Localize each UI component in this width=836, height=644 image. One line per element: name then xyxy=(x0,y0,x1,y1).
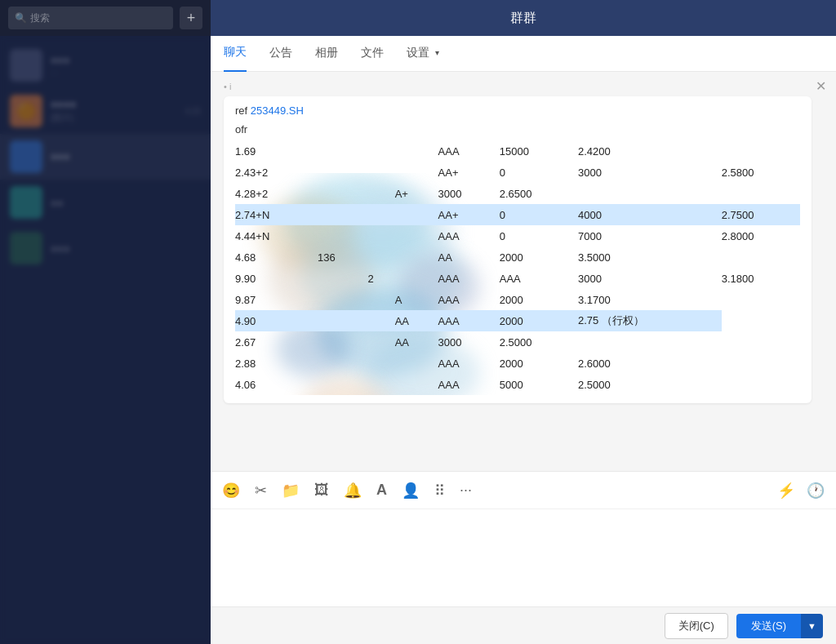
close-button[interactable]: 关闭(C) xyxy=(665,613,728,639)
cell-price: 2.8000 xyxy=(722,225,800,246)
table-row: 4.68 136 AA 2000 3.5000 xyxy=(235,246,800,268)
cell-val4 xyxy=(395,246,438,268)
cell-val2 xyxy=(318,140,367,162)
cell-rating: AAA xyxy=(438,140,500,162)
cell-price: 2.6000 xyxy=(578,353,722,374)
cell-amount: 0 xyxy=(500,162,578,183)
cell-val2 xyxy=(318,268,367,289)
lightning-icon[interactable]: ⚡ xyxy=(777,482,795,500)
cell-val1: 4.28+2 xyxy=(235,183,318,204)
more-button[interactable]: ··· xyxy=(460,482,472,499)
cell-val2: 136 xyxy=(318,246,367,268)
clock-icon[interactable]: 🕐 xyxy=(807,482,825,500)
cell-price: 2.4200 xyxy=(578,140,722,162)
cell-price: 2.75 （行权） xyxy=(578,310,722,331)
add-chat-button[interactable]: + xyxy=(180,7,202,29)
cell-val4 xyxy=(395,374,438,395)
cell-val3 xyxy=(367,374,394,395)
cell-amount: 0 xyxy=(500,204,578,225)
cell-rating: AA+ xyxy=(438,204,500,225)
cell-val3 xyxy=(367,204,394,225)
chevron-down-icon: ▾ xyxy=(435,48,439,57)
table-row: 1.69 AAA 15000 2.4200 xyxy=(235,140,800,162)
chat-header: 群群 xyxy=(211,0,836,36)
cell-amount: 2000 xyxy=(500,246,578,268)
cell-val1: 4.68 xyxy=(235,246,318,268)
cell-rating: 3000 xyxy=(438,331,500,353)
table-row: 9.87 A AAA 2000 3.1700 xyxy=(235,289,800,310)
cell-price: 2.5000 xyxy=(578,374,722,395)
tab-chat[interactable]: 聊天 xyxy=(224,36,247,72)
font-button[interactable]: A xyxy=(376,482,387,499)
send-button-group: 发送(S) ▼ xyxy=(736,614,823,638)
tab-bar: 聊天 公告 相册 文件 设置 ▾ xyxy=(211,36,836,72)
ref-prefix: ref xyxy=(235,104,251,117)
cell-val2 xyxy=(318,183,367,204)
cell-sub-amount: 7000 xyxy=(578,225,722,246)
chat-input[interactable] xyxy=(222,516,825,573)
cell-val1: 4.06 xyxy=(235,374,318,395)
cell-val4 xyxy=(395,268,438,289)
cell-val4: A xyxy=(395,289,438,310)
cell-rating: AA xyxy=(438,246,500,268)
cell-val1: 2.88 xyxy=(235,353,318,374)
cell-price: 3.1800 xyxy=(722,268,800,289)
table-row: 2.43+2 AA+ 0 3000 2.5800 xyxy=(235,162,800,183)
cell-val3 xyxy=(367,183,394,204)
cell-price: 2.7500 xyxy=(722,204,800,225)
send-button[interactable]: 发送(S) xyxy=(736,614,801,638)
cell-val1: 9.87 xyxy=(235,289,318,310)
folder-button[interactable]: 📁 xyxy=(282,482,300,500)
image-button[interactable]: 🖼 xyxy=(314,482,329,499)
cell-val4 xyxy=(395,162,438,183)
contact-button[interactable]: 👤 xyxy=(402,482,420,500)
cell-rating: AA+ xyxy=(438,162,500,183)
table-row-highlighted: 4.90 AA AAA 2000 2.75 （行权） xyxy=(235,310,800,331)
table-row: 9.90 2 AAA AAA 3000 3.1800 xyxy=(235,268,800,289)
cell-rating: AAA xyxy=(438,225,500,246)
cell-val3: 2 xyxy=(367,268,394,289)
cell-val1: 2.67 xyxy=(235,331,318,353)
close-message-button[interactable]: ✕ xyxy=(816,78,826,94)
cell-val3 xyxy=(367,331,394,353)
search-box[interactable]: 🔍 搜索 xyxy=(8,7,173,29)
tab-announcement[interactable]: 公告 xyxy=(269,36,292,72)
data-table: 1.69 AAA 15000 2.4200 2.43+2 xyxy=(235,140,800,395)
main-chat-window: 群群 聊天 公告 相册 文件 设置 ▾ ✕ • i ref 253449.SH … xyxy=(211,0,836,644)
cell-val1: 4.90 xyxy=(235,310,318,331)
cell-val3 xyxy=(367,353,394,374)
cell-amount: 2000 xyxy=(500,310,578,331)
cell-val4: AA xyxy=(395,310,438,331)
cell-val2 xyxy=(318,331,367,353)
cell-val4 xyxy=(395,204,438,225)
cell-amount: 15000 xyxy=(500,140,578,162)
tab-settings[interactable]: 设置 ▾ xyxy=(407,36,439,72)
cell-price: 3.5000 xyxy=(578,246,722,268)
chat-content-area: ✕ • i ref 253449.SH ofr xyxy=(211,72,836,471)
cut-button[interactable]: ✂ xyxy=(255,482,267,500)
cell-val1: 2.43+2 xyxy=(235,162,318,183)
table-row: 2.67 AA 3000 2.5000 xyxy=(235,331,800,353)
cell-sub-amount: 4000 xyxy=(578,204,722,225)
cell-price: 3.1700 xyxy=(578,289,722,310)
grid-button[interactable]: ⠿ xyxy=(434,482,445,500)
message-bubble: ref 253449.SH ofr xyxy=(224,96,812,403)
ref-link[interactable]: 253449.SH xyxy=(251,104,304,117)
cell-amount: 2.6500 xyxy=(500,183,578,204)
cell-val2 xyxy=(318,353,367,374)
cell-val2 xyxy=(318,289,367,310)
bell-button[interactable]: 🔔 xyxy=(344,482,362,500)
cell-val3 xyxy=(367,225,394,246)
tab-files[interactable]: 文件 xyxy=(361,36,384,72)
emoji-button[interactable]: 😊 xyxy=(222,482,240,500)
chat-input-area xyxy=(211,509,836,606)
cell-rating: AAA xyxy=(438,310,500,331)
send-options-button[interactable]: ▼ xyxy=(801,614,823,638)
table-row-highlighted: 2.74+N AA+ 0 4000 2.7500 xyxy=(235,204,800,225)
cell-sub-amount: 3000 xyxy=(578,162,722,183)
cell-val1: 2.74+N xyxy=(235,204,318,225)
tab-album[interactable]: 相册 xyxy=(315,36,338,72)
cell-amount: 2000 xyxy=(500,353,578,374)
message-dot: • i xyxy=(224,82,823,91)
cell-amount: 3000 xyxy=(578,268,722,289)
